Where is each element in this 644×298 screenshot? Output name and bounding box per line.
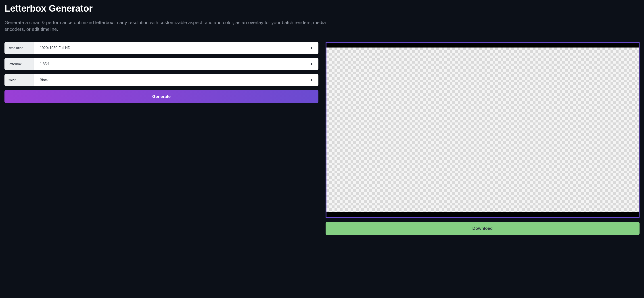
page-subtitle: Generate a clean & performance optimized… (4, 19, 328, 33)
download-button[interactable]: Download (326, 222, 640, 235)
preview-column: Download (326, 42, 640, 235)
letterbox-label: Letterbox (4, 58, 34, 70)
color-select[interactable]: Black (34, 74, 318, 86)
chevron-updown-icon (310, 62, 313, 66)
resolution-label: Resolution (4, 42, 34, 54)
preview-frame (326, 42, 640, 218)
columns: Resolution 1920x1080 Full HD Letterbox 1… (4, 42, 640, 235)
page-root: Letterbox Generator Generate a clean & p… (0, 0, 644, 244)
resolution-row: Resolution 1920x1080 Full HD (4, 42, 318, 54)
generate-button[interactable]: Generate (4, 90, 318, 103)
resolution-select[interactable]: 1920x1080 Full HD (34, 42, 318, 54)
color-label: Color (4, 74, 34, 86)
chevron-updown-icon (310, 78, 313, 82)
letterbox-row: Letterbox 1.85:1 (4, 58, 318, 70)
controls-column: Resolution 1920x1080 Full HD Letterbox 1… (4, 42, 318, 103)
letterbox-select[interactable]: 1.85:1 (34, 58, 318, 70)
letterbox-select-value: 1.85:1 (40, 62, 50, 66)
page-title: Letterbox Generator (4, 3, 640, 14)
color-select-value: Black (40, 78, 48, 82)
chevron-updown-icon (310, 46, 313, 49)
preview-canvas (326, 47, 639, 212)
color-row: Color Black (4, 74, 318, 86)
resolution-select-value: 1920x1080 Full HD (40, 46, 70, 50)
